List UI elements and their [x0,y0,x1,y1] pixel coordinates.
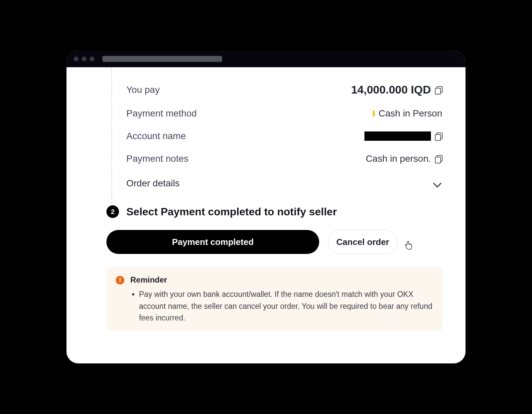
step-2-section: 2 Select Payment completed to notify sel… [106,205,442,330]
reminder-panel: ! Reminder Pay with your own bank accoun… [106,267,442,330]
page-viewport: You pay 14,000.000 IQD Payment method Ca… [66,67,466,363]
step-timeline [111,67,112,210]
row-payment-notes: Payment notes Cash in person. [126,147,442,170]
reminder-item: Avoid putting crypto-related words (BTC,… [139,328,433,330]
copy-icon[interactable] [435,86,442,94]
reminder-list: Pay with your own bank account/wallet. I… [130,289,433,330]
traffic-light-zoom[interactable] [90,57,94,61]
warning-icon: ! [116,276,124,285]
copy-icon[interactable] [435,132,442,140]
row-payment-method: Payment method Cash in Person [126,102,442,125]
step-2-title: Select Payment completed to notify selle… [126,206,337,218]
reminder-item: Pay with your own bank account/wallet. I… [139,289,433,324]
reminder-title: Reminder [130,275,433,285]
order-details-toggle[interactable]: Order details [126,170,442,192]
row-account-name: Account name [126,125,442,147]
you-pay-label: You pay [126,85,160,95]
payment-notes-label: Payment notes [126,153,189,164]
account-name-label: Account name [126,131,186,141]
account-name-value-wrap [364,131,442,141]
payment-method-value-wrap: Cash in Person [373,108,442,119]
cancel-order-label: Cancel order [336,237,389,247]
payment-notes-value: Cash in person. [366,153,431,164]
order-details-label: Order details [126,178,180,189]
chevron-down-icon [433,179,441,187]
traffic-light-minimize[interactable] [82,57,86,61]
cursor-pointer-icon [404,241,412,252]
you-pay-value: 14,000.000 IQD [351,83,431,96]
address-bar[interactable] [102,56,222,62]
step-2-actions: Payment completed Cancel order [106,230,442,254]
browser-window: You pay 14,000.000 IQD Payment method Ca… [66,51,466,363]
cancel-order-button[interactable]: Cancel order [328,230,398,254]
payment-notes-value-wrap: Cash in person. [366,153,442,164]
row-you-pay: You pay 14,000.000 IQD [126,77,442,102]
account-name-redacted [364,131,431,141]
payment-completed-button[interactable]: Payment completed [106,230,319,254]
payment-method-label: Payment method [126,108,197,119]
payment-method-indicator-icon [373,110,375,116]
copy-icon[interactable] [435,155,442,162]
payment-completed-label: Payment completed [172,237,254,247]
traffic-light-close[interactable] [74,57,78,61]
step-2-header: 2 Select Payment completed to notify sel… [106,205,442,218]
step-number-badge: 2 [106,205,119,218]
you-pay-value-wrap: 14,000.000 IQD [351,83,442,96]
browser-titlebar [66,51,466,67]
payment-method-value: Cash in Person [379,108,442,119]
